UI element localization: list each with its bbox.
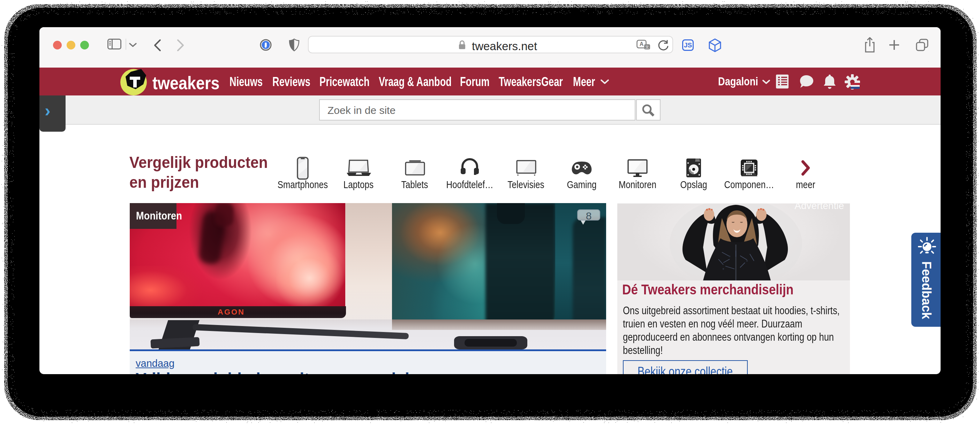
svg-text:A: A [640, 41, 644, 47]
svg-text:文: 文 [645, 45, 649, 49]
